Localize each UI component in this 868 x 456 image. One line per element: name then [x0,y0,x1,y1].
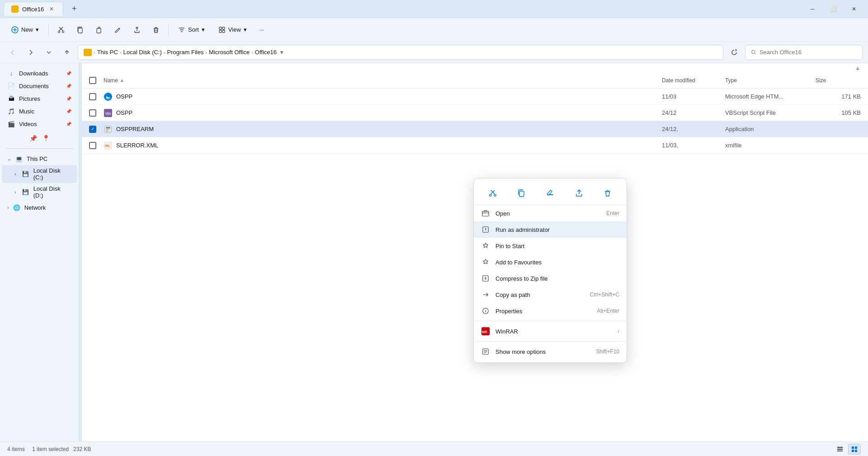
breadcrumb-sep-3: › [205,50,207,55]
select-all-checkbox[interactable] [89,77,96,84]
sidebar-item-local-c[interactable]: › 💾 Local Disk (C:) [2,165,77,183]
ctx-more-options-label: Show more options [495,348,590,355]
copy-button[interactable] [71,23,89,37]
recent-locations-button[interactable] [42,45,56,60]
ctx-share-button[interactable] [571,185,587,201]
ctx-compress-item[interactable]: Compress to Zip file [474,270,627,287]
row3-checkbox[interactable] [89,126,96,133]
sidebar-separator [5,148,73,149]
view-button[interactable]: View ▾ [212,23,253,37]
header-date[interactable]: Date modified [662,77,725,84]
up-button[interactable] [60,45,74,60]
minimize-button[interactable]: ─ [802,2,823,16]
breadcrumb-office16[interactable]: Office16 [255,49,277,56]
ctx-open-item[interactable]: Open Enter [474,205,627,221]
breadcrumb-program-files[interactable]: Program Files [167,49,204,56]
svg-rect-32 [837,450,843,451]
title-bar: Office16 ✕ + ─ ⬜ ✕ [0,0,868,18]
maximize-button[interactable]: ⬜ [823,2,844,16]
svg-rect-30 [837,447,843,447]
svg-rect-36 [855,449,857,451]
header-size[interactable]: Size [816,77,861,84]
sidebar-label-music: Music [19,108,62,115]
row3-check[interactable] [89,126,104,133]
list-view-button[interactable] [848,444,861,455]
details-view-button[interactable] [834,444,846,455]
sidebar-this-pc-header[interactable]: ⌄ 💻 This PC [2,152,77,165]
row1-check[interactable] [89,93,104,100]
ctx-winrar-item[interactable]: WR WinRAR › [474,323,627,339]
svg-rect-34 [855,446,857,448]
ctx-add-fav-item[interactable]: Add to Favourites [474,254,627,270]
new-tab-button[interactable]: + [67,2,81,16]
share-button[interactable] [128,23,146,37]
pin-more-button[interactable]: 📌 [28,134,38,143]
ctx-delete-button[interactable] [599,185,616,201]
ctx-rename-button[interactable] [542,185,558,201]
file-list-header: Name ▲ Date modified Type Size [82,72,868,89]
refresh-button[interactable] [727,45,741,60]
file-row[interactable]: XML SLERROR.XML 11/03, xmlfile [82,137,868,154]
row2-checkbox[interactable] [89,109,96,117]
tab-close-button[interactable]: ✕ [47,5,56,13]
ctx-more-options-item[interactable]: Show more options Shift+F10 [474,343,627,360]
svg-point-1 [58,31,60,33]
ctx-copy-path-icon [481,290,490,299]
sidebar-label-downloads: Downloads [19,70,62,77]
ctx-properties-item[interactable]: Properties Alt+Enter [474,303,627,319]
header-type[interactable]: Type [725,77,816,84]
ctx-more-options-icon [481,347,490,356]
row4-check[interactable] [89,142,104,149]
breadcrumb-local-c[interactable]: Local Disk (C:) [123,49,162,56]
sidebar-item-pictures[interactable]: 🏔 Pictures 📌 [2,92,77,105]
cut-button[interactable] [52,23,70,37]
forward-button[interactable] [24,45,38,60]
sidebar-item-network[interactable]: › 🌐 Network [2,201,77,214]
row2-check[interactable] [89,109,104,117]
back-button[interactable] [5,45,20,60]
breadcrumb-dropdown-arrow[interactable]: ▾ [280,49,283,56]
active-tab[interactable]: Office16 ✕ [4,2,63,16]
sidebar-item-videos[interactable]: 🎬 Videos 📌 [2,118,77,130]
row3-icon [104,125,113,134]
file-row[interactable]: OSPP 11/03 Microsoft Edge HTM... 171 KB [82,89,868,105]
paste-button[interactable] [90,23,108,37]
toolbar: New ▾ Sort ▾ View ▾ ··· [0,18,868,42]
close-button[interactable]: ✕ [844,2,864,16]
file-list: ▲ Name ▲ Date modified Type Size [82,63,868,442]
svg-rect-8 [222,30,225,33]
ctx-cut-button[interactable] [485,185,501,201]
sidebar-item-local-d[interactable]: › 💾 Local Disk (D:) [2,183,77,201]
search-input[interactable] [760,49,857,56]
breadcrumb[interactable]: › This PC › Local Disk (C:) › Program Fi… [78,45,723,60]
sort-button[interactable]: Sort ▾ [172,23,211,37]
view-icon [218,26,226,33]
ctx-pin-start-item[interactable]: Pin to Start [474,238,627,254]
row1-checkbox[interactable] [89,93,96,100]
sidebar-item-downloads[interactable]: ↓ Downloads 📌 [2,67,77,80]
rename-button[interactable] [109,23,127,37]
new-button[interactable]: New ▾ [5,23,45,37]
row4-checkbox[interactable] [89,142,96,149]
pin-actions: 📌 📍 [0,132,79,145]
file-row-selected[interactable]: OSPPREARM 24/12, Application [82,121,868,137]
sidebar-item-documents[interactable]: 📄 Documents 📌 [2,80,77,92]
ctx-copy-button[interactable] [513,185,529,201]
more-button[interactable]: ··· [255,23,269,36]
sidebar: ↓ Downloads 📌 📄 Documents 📌 🏔 Pictures 📌… [0,63,79,442]
ctx-run-admin-item[interactable]: Run as administrator [474,221,627,238]
search-box[interactable] [745,45,863,60]
file-row[interactable]: VBS OSPP 24/12 VBScript Script File 105 … [82,105,868,121]
svg-rect-21 [519,191,524,197]
sidebar-label-network: Network [24,204,71,211]
unpin-button[interactable]: 📍 [41,134,50,143]
breadcrumb-this-pc[interactable]: This PC [97,49,118,56]
sidebar-item-music[interactable]: 🎵 Music 📌 [2,105,77,118]
sidebar-label-videos: Videos [19,121,62,127]
breadcrumb-microsoft-office[interactable]: Microsoft Office [209,49,250,56]
header-name[interactable]: Name ▲ [104,77,662,84]
header-checkbox[interactable] [89,77,104,84]
breadcrumb-sep-1: › [120,50,122,55]
delete-button[interactable] [147,23,165,37]
ctx-copy-path-item[interactable]: Copy as path Ctrl+Shift+C [474,287,627,303]
